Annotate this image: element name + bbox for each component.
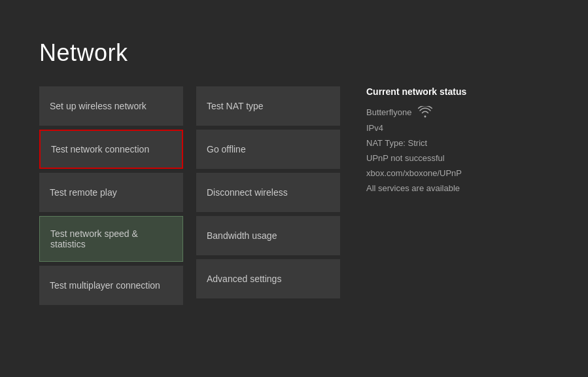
left-menu-item-test-network-speed[interactable]: Test network speed & statistics	[39, 216, 183, 262]
status-item-label-network-name: Butterflyone	[366, 107, 411, 117]
status-item-label-services-status: All services are available	[366, 183, 460, 193]
left-menu-item-test-remote-play[interactable]: Test remote play	[39, 173, 183, 212]
right-menu-item-bandwidth-usage[interactable]: Bandwidth usage	[196, 216, 340, 255]
page-container: Network Set up wireless networkTest netw…	[0, 0, 588, 377]
content-area: Set up wireless networkTest network conn…	[39, 86, 549, 351]
right-menu-item-go-offline[interactable]: Go offline	[196, 130, 340, 169]
right-menu-item-advanced-settings[interactable]: Advanced settings	[196, 259, 340, 298]
right-column: Test NAT typeGo offlineDisconnect wirele…	[196, 86, 340, 351]
status-item-upnp-url: xbox.com/xboxone/UPnP	[366, 168, 549, 178]
left-menu-item-setup-wireless[interactable]: Set up wireless network	[39, 86, 183, 126]
status-item-upnp-status: UPnP not successful	[366, 153, 549, 163]
status-item-services-status: All services are available	[366, 183, 549, 193]
status-item-network-name: Butterflyone	[366, 106, 549, 118]
right-menu-item-disconnect-wireless[interactable]: Disconnect wireless	[196, 173, 340, 212]
right-menu-item-test-nat[interactable]: Test NAT type	[196, 86, 340, 126]
wifi-icon	[418, 106, 432, 118]
left-menu-item-test-network-connection[interactable]: Test network connection	[39, 130, 183, 169]
status-item-label-upnp-url: xbox.com/xboxone/UPnP	[366, 168, 462, 178]
status-item-label-ip-version: IPv4	[366, 123, 383, 133]
status-item-nat-type: NAT Type: Strict	[366, 138, 549, 148]
status-column: Current network status ButterflyoneIPv4N…	[353, 86, 549, 351]
left-column: Set up wireless networkTest network conn…	[39, 86, 183, 351]
page-title: Network	[39, 39, 549, 67]
status-items-container: ButterflyoneIPv4NAT Type: StrictUPnP not…	[366, 106, 549, 193]
status-item-label-nat-type: NAT Type: Strict	[366, 138, 427, 148]
status-title: Current network status	[366, 86, 549, 97]
status-item-label-upnp-status: UPnP not successful	[366, 153, 445, 163]
left-menu-item-test-multiplayer[interactable]: Test multiplayer connection	[39, 266, 183, 305]
status-item-ip-version: IPv4	[366, 123, 549, 133]
